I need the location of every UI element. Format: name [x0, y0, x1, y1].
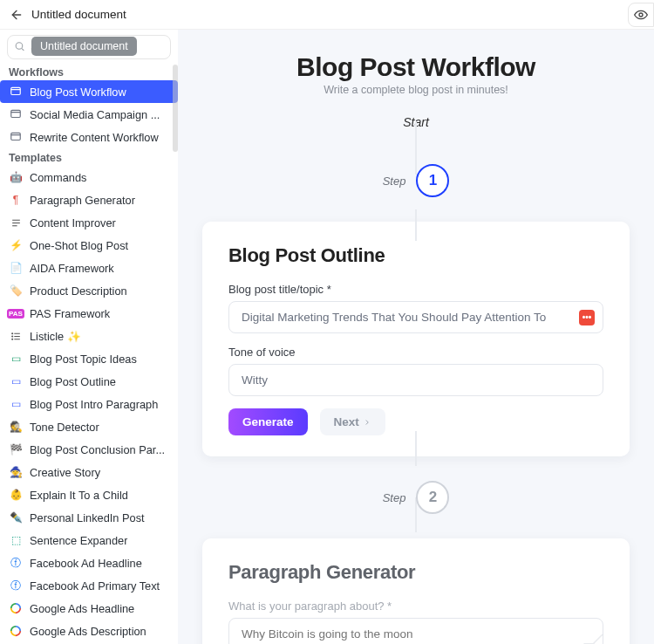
sidebar-item-label: Rewrite Content Workflow [30, 131, 159, 144]
svg-point-2 [16, 43, 23, 50]
robot-icon: 🤖 [9, 170, 23, 184]
svg-line-3 [22, 49, 24, 51]
template-item-sentence-expander[interactable]: ⬚Sentence Expander [0, 529, 178, 552]
sidebar-item-label: Explain It To a Child [30, 489, 128, 502]
eye-icon [634, 8, 648, 22]
template-item-oneshot-blog[interactable]: ⚡One-Shot Blog Post [0, 234, 178, 257]
pas-badge-icon: PAS [9, 306, 23, 320]
svg-rect-8 [11, 133, 21, 140]
template-item-google-headline[interactable]: Google Ads Headline [0, 597, 178, 620]
sidebar-item-label: Blog Post Topic Ideas [30, 353, 137, 366]
google-icon [9, 601, 23, 615]
input-blog-title[interactable] [228, 301, 603, 333]
expand-icon: ⬚ [9, 533, 23, 547]
workflow-item-social-media[interactable]: Social Media Campaign ... [0, 103, 178, 126]
template-item-pas[interactable]: PASPAS Framework [0, 302, 178, 325]
template-item-blog-conclusion[interactable]: 🏁Blog Post Conclusion Par... [0, 438, 178, 461]
template-item-content-improver[interactable]: Content Improver [0, 211, 178, 234]
facebook-icon: ⓕ [9, 579, 23, 593]
card-title: Blog Post Outline [228, 244, 603, 267]
field-label-title: Blog post title/topic * [228, 283, 603, 296]
svg-rect-6 [11, 110, 21, 117]
sidebar-item-label: Blog Post Workflow [30, 86, 126, 99]
google-icon [9, 624, 23, 638]
card-icon: ▭ [9, 374, 23, 388]
sidebar-item-label: Product Description [30, 284, 127, 298]
field-label-paragraph-about: What is your paragraph about? * [228, 599, 603, 613]
sidebar-item-label: Facebook Ad Primary Text [30, 579, 160, 593]
workflow-subtitle: Write a complete blog post in minutes! [202, 84, 630, 96]
sidebar-item-label: Listicle ✨ [30, 330, 81, 343]
search-icon [14, 41, 25, 52]
template-item-blog-topic-ideas[interactable]: ▭Blog Post Topic Ideas [0, 347, 178, 370]
input-tone[interactable] [228, 364, 603, 396]
card-title: Paragraph Generator [228, 561, 603, 584]
workflow-item-rewrite[interactable]: Rewrite Content Workflow [0, 126, 178, 148]
svg-point-18 [11, 339, 12, 339]
next-button[interactable]: Next [320, 408, 385, 435]
sidebar-item-label: Paragraph Generator [30, 194, 135, 207]
workflow-icon [9, 85, 23, 99]
step-2-indicator: Step 2 [202, 481, 630, 514]
template-item-listicle[interactable]: Listicle ✨ [0, 325, 178, 347]
section-workflows-label: Workflows [0, 63, 178, 80]
document-title[interactable]: Untitled document [31, 8, 126, 21]
sidebar-item-label: AIDA Framework [30, 262, 114, 275]
template-item-blog-outline[interactable]: ▭Blog Post Outline [0, 370, 178, 393]
flag-icon: 🏁 [9, 442, 23, 456]
card-icon: ▭ [9, 397, 23, 411]
workflow-title: Blog Post Workflow [202, 52, 630, 82]
chevron-right-icon [363, 418, 371, 427]
template-item-commands[interactable]: 🤖Commands [0, 166, 178, 188]
back-arrow-button[interactable] [7, 5, 26, 24]
main-content: Blog Post Workflow Write a complete blog… [178, 30, 654, 644]
generate-button[interactable]: Generate [228, 408, 308, 435]
sidebar-item-label: Tone Detector [30, 421, 99, 434]
list-icon [9, 329, 23, 343]
template-item-fb-headline[interactable]: ⓕFacebook Ad Headline [0, 552, 178, 574]
template-item-fb-primary[interactable]: ⓕFacebook Ad Primary Text [0, 574, 178, 597]
paragraph-icon: ¶ [9, 193, 23, 207]
field-warning-badge[interactable]: ••• [579, 310, 595, 325]
sidebar-item-label: Commands [30, 171, 86, 184]
workflow-item-blog-post[interactable]: Blog Post Workflow [0, 80, 178, 103]
template-item-creative-story[interactable]: 🧙Creative Story [0, 461, 178, 483]
card-paragraph-generator: Paragraph Generator What is your paragra… [202, 538, 630, 644]
topbar: Untitled document [0, 0, 654, 30]
template-item-paragraph-generator[interactable]: ¶Paragraph Generator [0, 188, 178, 211]
workflow-icon [9, 107, 23, 121]
sidebar-item-label: Google Ads Headline [30, 602, 134, 615]
step-label: Step [383, 491, 406, 504]
sidebar-item-label: One-Shot Blog Post [30, 239, 128, 252]
workflow-icon [9, 130, 23, 144]
template-item-blog-intro[interactable]: ▭Blog Post Intro Paragraph [0, 393, 178, 415]
step-number-1: 1 [416, 164, 449, 197]
input-paragraph-about[interactable] [228, 618, 603, 644]
sidebar-item-label: Google Ads Description [30, 625, 146, 638]
child-icon: 👶 [9, 488, 23, 502]
sidebar-item-label: Blog Post Intro Paragraph [30, 398, 158, 411]
template-item-product-desc[interactable]: 🏷️Product Description [0, 279, 178, 302]
arrow-left-icon [10, 8, 24, 22]
sidebar-item-label: Sentence Expander [30, 534, 127, 547]
section-templates-label: Templates [0, 148, 178, 166]
bolt-icon: ⚡ [9, 238, 23, 252]
sidebar-item-label: Creative Story [30, 466, 100, 479]
doc-icon: 📄 [9, 261, 23, 275]
sidebar-item-label: Personal LinkedIn Post [30, 511, 145, 524]
sidebar: Untitled document Workflows Blog Post Wo… [0, 30, 178, 644]
template-item-tone-detector[interactable]: 🕵️Tone Detector [0, 415, 178, 438]
template-item-explain-child[interactable]: 👶Explain It To a Child [0, 483, 178, 506]
sidebar-item-label: PAS Framework [30, 307, 110, 320]
step-number-2: 2 [416, 481, 449, 514]
sidebar-item-label: Content Improver [30, 216, 116, 230]
preview-button[interactable] [628, 3, 654, 27]
template-item-linkedin-post[interactable]: ✒️Personal LinkedIn Post [0, 506, 178, 529]
step-label: Step [383, 175, 406, 188]
template-item-aida[interactable]: 📄AIDA Framework [0, 257, 178, 279]
next-label: Next [334, 415, 359, 428]
svg-point-17 [11, 335, 12, 336]
tag-icon: 🏷️ [9, 284, 23, 298]
detective-icon: 🕵️ [9, 420, 23, 434]
template-item-google-desc[interactable]: Google Ads Description [0, 620, 178, 642]
